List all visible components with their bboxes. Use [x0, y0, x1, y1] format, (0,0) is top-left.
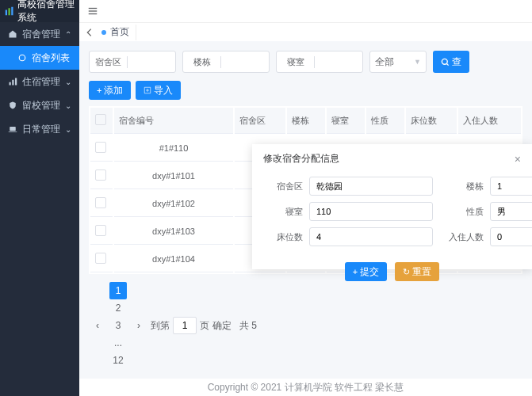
logo-icon: [5, 6, 14, 16]
search-bar: 宿舍区 楼栋 寝室 全部▼ 查: [89, 51, 522, 73]
row-checkbox[interactable]: [95, 225, 106, 236]
svg-rect-2: [11, 7, 13, 16]
search-room: 寝室: [276, 51, 363, 73]
chevron-down-icon: ▼: [414, 58, 421, 66]
import-button[interactable]: 导入: [136, 81, 181, 100]
chevron-up-icon: ⌃: [65, 30, 71, 39]
menu-stay-manage[interactable]: 住宿管理 ⌄: [0, 70, 79, 93]
row-checkbox[interactable]: [95, 197, 106, 208]
modal-footer: +提交 ↻重置: [252, 256, 532, 291]
search-area: 宿舍区: [89, 51, 176, 73]
search-button[interactable]: 查: [433, 51, 469, 73]
page-...[interactable]: ...: [109, 334, 127, 352]
tab-active-dot: [101, 30, 106, 35]
th-room: 寝室: [327, 108, 365, 134]
menu-daily-manage[interactable]: 日常管理 ⌄: [0, 117, 79, 141]
page-2[interactable]: 2: [109, 299, 127, 317]
chevron-down-icon: ⌄: [65, 78, 71, 86]
svg-point-3: [19, 55, 25, 61]
modal-occupants-input[interactable]: [490, 227, 532, 246]
search-building-input[interactable]: [221, 57, 269, 67]
modal-beds-input[interactable]: [309, 227, 433, 246]
search-nature-select[interactable]: 全部▼: [369, 51, 427, 73]
chevron-down-icon: ⌄: [65, 125, 71, 134]
svg-rect-7: [10, 127, 16, 131]
edit-modal: 修改宿舍分配信息 × 宿舍区 楼栋 寝室 性质 床位数 入住人数 +提交 ↻重置: [252, 144, 532, 269]
circle-icon: [17, 53, 27, 63]
search-area-input[interactable]: [128, 57, 175, 67]
laptop-icon: [8, 124, 17, 134]
hamburger-icon[interactable]: [87, 6, 98, 17]
reset-button[interactable]: ↻重置: [395, 262, 439, 281]
submit-button[interactable]: +提交: [345, 262, 387, 281]
shield-icon: [8, 101, 17, 110]
page-jump-input[interactable]: [173, 317, 197, 334]
svg-rect-8: [9, 131, 17, 132]
search-room-input[interactable]: [315, 57, 362, 67]
checkbox-all[interactable]: [95, 114, 106, 125]
tab-home[interactable]: 首页: [95, 25, 136, 40]
row-checkbox[interactable]: [95, 169, 106, 181]
svg-rect-1: [9, 8, 10, 15]
menu-dorm-list[interactable]: 宿舍列表: [0, 46, 79, 70]
pagination: ‹ 123...12 › 到第 页 确定 共 5: [89, 282, 522, 369]
modal-body: 宿舍区 楼栋 寝室 性质 床位数 入住人数: [252, 173, 532, 256]
th-building: 楼栋: [287, 108, 325, 134]
page-1[interactable]: 1: [109, 282, 127, 299]
tab-prev-icon[interactable]: [84, 27, 95, 38]
modal-room-input[interactable]: [309, 202, 433, 221]
page-12[interactable]: 12: [109, 352, 127, 369]
page-confirm[interactable]: 确定: [212, 319, 232, 333]
svg-point-12: [442, 59, 447, 64]
search-building: 楼栋: [182, 51, 270, 73]
topbar: [79, 0, 532, 22]
menu-dorm-manage[interactable]: 宿舍管理 ⌃: [0, 22, 79, 46]
footer: Copyright © 2021 计算机学院 软件工程 梁长慧: [79, 379, 532, 396]
svg-line-13: [447, 63, 449, 65]
svg-rect-0: [6, 10, 7, 16]
th-occ: 入住人数: [458, 108, 521, 134]
row-checkbox[interactable]: [95, 142, 106, 153]
modal-area-input[interactable]: [309, 177, 433, 196]
chart-icon: [8, 77, 17, 86]
page-next[interactable]: ›: [130, 317, 147, 334]
modal-building-input[interactable]: [490, 177, 532, 196]
sidebar: 高校宿舍管理系统 宿舍管理 ⌃ 宿舍列表 住宿管理 ⌄ 留校管理 ⌄ 日常管理 …: [0, 0, 79, 396]
app-logo: 高校宿舍管理系统: [0, 0, 79, 22]
th-nature: 性质: [366, 108, 404, 134]
app-title: 高校宿舍管理系统: [17, 0, 75, 25]
th-id: 宿舍编号: [114, 108, 233, 134]
home-icon: [8, 29, 17, 39]
chevron-down-icon: ⌄: [65, 101, 71, 110]
svg-rect-4: [10, 82, 11, 86]
add-button[interactable]: +添加: [89, 81, 131, 100]
page-prev[interactable]: ‹: [89, 317, 106, 334]
tabs-bar: 首页: [79, 22, 532, 41]
svg-rect-5: [12, 80, 13, 86]
menu-school-stay[interactable]: 留校管理 ⌄: [0, 93, 79, 117]
page-3[interactable]: 3: [109, 317, 127, 334]
th-area: 宿舍区: [235, 108, 285, 134]
modal-nature-input[interactable]: [490, 202, 532, 221]
modal-header: 修改宿舍分配信息 ×: [252, 144, 532, 173]
close-icon[interactable]: ×: [515, 153, 521, 166]
modal-title: 修改宿舍分配信息: [263, 152, 339, 166]
svg-rect-6: [15, 78, 17, 86]
action-bar: +添加 导入: [89, 81, 522, 100]
th-beds: 床位数: [406, 108, 457, 134]
row-checkbox[interactable]: [95, 253, 106, 264]
